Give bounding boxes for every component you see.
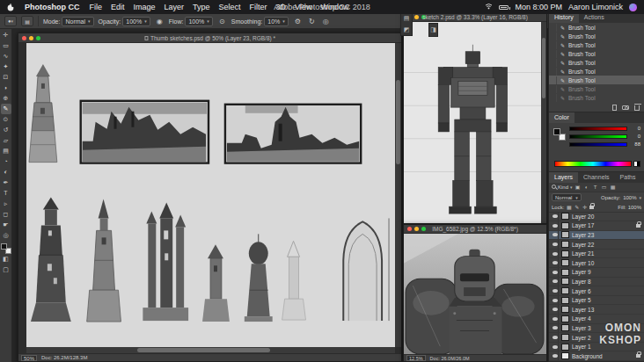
- history-source-well[interactable]: [551, 50, 557, 58]
- history-item-current[interactable]: ✎Brush Tool: [549, 76, 644, 84]
- layer-thumbnail[interactable]: [561, 278, 569, 285]
- history-source-well[interactable]: [551, 68, 557, 76]
- visibility-toggle[interactable]: [551, 258, 559, 267]
- menu-layer[interactable]: Layer: [160, 3, 189, 11]
- pressure-opacity-icon[interactable]: ◉: [155, 18, 165, 25]
- filter-kind-dropdown[interactable]: Kind: [558, 185, 568, 190]
- collapsed-panel-dock[interactable]: ▤ ◩: [400, 12, 413, 36]
- minimize-button[interactable]: [414, 15, 419, 19]
- doc-titlebar[interactable]: Thumb sketches.psd @ 50% (Layer 23, RGB/…: [18, 33, 401, 43]
- fill-value[interactable]: 100%: [628, 205, 641, 210]
- layer-row-selected[interactable]: Layer 23: [549, 231, 644, 241]
- foreground-background-swatches[interactable]: [1, 243, 11, 254]
- opacity-dropdown[interactable]: 100%▾: [122, 17, 150, 26]
- history-item[interactable]: ✎Brush Tool: [549, 49, 644, 58]
- tool-healing-brush[interactable]: ⊕: [1, 93, 11, 104]
- history-source-well[interactable]: [551, 33, 557, 40]
- smoothing-options-gear-icon[interactable]: ⚙: [293, 18, 303, 25]
- visibility-toggle[interactable]: [551, 351, 559, 360]
- minimize-button[interactable]: [414, 227, 419, 231]
- visibility-toggle[interactable]: [551, 221, 559, 230]
- tool-clone-stamp[interactable]: ⊙: [1, 114, 11, 125]
- lock-position-icon[interactable]: ✛: [582, 204, 588, 210]
- visibility-toggle[interactable]: [551, 268, 559, 277]
- layer-row-background[interactable]: Background: [549, 351, 644, 361]
- tool-brush[interactable]: ✎: [1, 104, 11, 114]
- layer-row[interactable]: Layer 4: [549, 315, 644, 324]
- tab-color[interactable]: Color: [549, 112, 574, 123]
- visibility-toggle[interactable]: [551, 231, 559, 240]
- scrollbar-thumb[interactable]: [137, 348, 270, 352]
- filter-shape-layers-icon[interactable]: ▭: [601, 184, 608, 190]
- visibility-toggle[interactable]: [551, 240, 559, 249]
- history-item[interactable]: ✎Brush Tool: [549, 40, 644, 49]
- filter-smart-objects-icon[interactable]: ▦: [610, 184, 617, 190]
- tool-blur[interactable]: ◔: [1, 156, 11, 167]
- layer-thumbnail[interactable]: [561, 241, 569, 248]
- zoom-level-field[interactable]: 50%: [21, 355, 37, 361]
- green-value[interactable]: 0: [630, 134, 640, 139]
- sketch2-canvas[interactable]: [404, 22, 546, 223]
- visibility-toggle[interactable]: [551, 278, 559, 286]
- close-button[interactable]: [407, 227, 412, 231]
- layer-row[interactable]: Layer 10: [549, 258, 644, 268]
- visibility-toggle[interactable]: [551, 324, 559, 333]
- scrollbar-thumb[interactable]: [396, 80, 400, 165]
- filter-pixel-layers-icon[interactable]: ▣: [574, 184, 582, 190]
- history-source-well[interactable]: [551, 85, 557, 93]
- history-source-well[interactable]: [551, 41, 557, 49]
- layer-thumbnail[interactable]: [561, 306, 569, 313]
- new-snapshot-icon[interactable]: [622, 105, 629, 110]
- delete-state-icon[interactable]: [634, 105, 640, 111]
- zoom-button[interactable]: [421, 227, 426, 231]
- layer-row[interactable]: Layer 8: [549, 278, 644, 287]
- layer-row[interactable]: Layer 2: [549, 333, 644, 343]
- tool-type[interactable]: T: [1, 188, 11, 199]
- layer-thumbnail[interactable]: [561, 344, 569, 351]
- tab-paths[interactable]: Paths: [615, 172, 641, 183]
- blend-mode-dropdown[interactable]: Normal▾: [62, 17, 93, 26]
- tool-lasso[interactable]: ∿: [1, 51, 11, 62]
- doc-titlebar[interactable]: sketch 2.psd @ 33.3% (Layer 16, RGB/8): [404, 13, 546, 22]
- layer-row[interactable]: Layer 17: [549, 221, 644, 231]
- green-slider[interactable]: [569, 134, 627, 139]
- layer-row[interactable]: Layer 6: [549, 286, 644, 296]
- foreground-color-swatch[interactable]: [1, 243, 7, 250]
- visibility-toggle[interactable]: [551, 250, 559, 258]
- menu-select[interactable]: Select: [215, 3, 245, 11]
- visibility-toggle[interactable]: [551, 343, 559, 351]
- visibility-toggle[interactable]: [551, 315, 559, 323]
- quick-mask-button[interactable]: ◧: [1, 254, 11, 264]
- tool-rectangular-marquee[interactable]: ▭: [1, 40, 11, 51]
- layer-thumbnail[interactable]: [561, 269, 569, 276]
- layer-row[interactable]: Layer 13: [549, 305, 644, 315]
- layer-thumbnail[interactable]: [561, 259, 569, 266]
- tool-preset-picker[interactable]: ●▾: [4, 16, 17, 26]
- red-slider[interactable]: [569, 127, 627, 131]
- tool-eraser[interactable]: ▱: [1, 135, 11, 146]
- blue-value[interactable]: 88: [630, 141, 640, 147]
- layer-thumbnail[interactable]: [561, 297, 569, 304]
- layer-thumbnail[interactable]: [561, 287, 569, 294]
- layer-thumbnail[interactable]: [561, 250, 569, 257]
- history-source-well[interactable]: [551, 76, 557, 84]
- tool-shape[interactable]: ◻: [1, 209, 11, 220]
- tab-channels[interactable]: Channels: [578, 172, 615, 183]
- tool-history-brush[interactable]: ↺: [1, 125, 11, 135]
- layer-thumbnail[interactable]: [561, 231, 569, 238]
- lock-transparency-icon[interactable]: ▦: [566, 204, 572, 210]
- layer-row[interactable]: Layer 22: [549, 240, 644, 250]
- smoothing-dropdown[interactable]: 10%▾: [264, 17, 289, 26]
- tab-layers[interactable]: Layers: [549, 172, 578, 183]
- apple-icon[interactable]: [7, 4, 14, 11]
- lock-all-icon[interactable]: [589, 206, 594, 209]
- layer-thumbnail[interactable]: [561, 324, 569, 331]
- layer-opacity-value[interactable]: 100%: [623, 195, 636, 200]
- vertical-scrollbar[interactable]: [395, 43, 401, 347]
- history-item[interactable]: ✎Brush Tool: [549, 67, 644, 76]
- tool-gradient[interactable]: ▤: [1, 146, 11, 156]
- layer-row[interactable]: Layer 9: [549, 268, 644, 278]
- visibility-toggle[interactable]: [551, 286, 559, 295]
- collapsed-panel-icon[interactable]: ◨: [430, 26, 436, 33]
- visibility-toggle[interactable]: [551, 333, 559, 342]
